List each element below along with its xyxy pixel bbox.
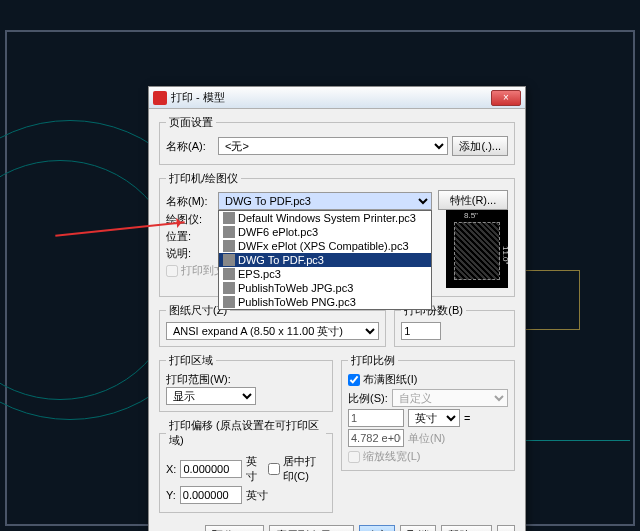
titlebar: 打印 - 模型 × — [149, 87, 525, 109]
printer-option[interactable]: PublishToWeb JPG.pc3 — [219, 281, 431, 295]
paper-preview: 8.5" 11.0" — [446, 210, 508, 288]
scale-unit-select[interactable]: 英寸 — [408, 409, 460, 427]
offset-group: 打印偏移 (原点设置在可打印区域) X: 英寸 居中打印(C) Y: 英寸 — [159, 418, 333, 513]
add-button[interactable]: 添加(.)... — [452, 136, 508, 156]
page-setup-legend: 页面设置 — [166, 115, 216, 130]
printer-name-label: 名称(M): — [166, 194, 214, 209]
app-icon — [153, 91, 167, 105]
cancel-button[interactable]: 取消 — [400, 525, 436, 531]
equals-icon: = — [464, 412, 470, 424]
copies-input[interactable] — [401, 322, 441, 340]
printer-option[interactable]: EPS.pc3 — [219, 267, 431, 281]
printer-icon — [223, 268, 235, 280]
preview-height: 11.0" — [501, 246, 510, 264]
lineweight-check — [348, 451, 360, 463]
ok-button[interactable]: 确定 — [359, 525, 395, 531]
setup-name-select[interactable]: <无> — [218, 137, 448, 155]
printer-icon — [223, 212, 235, 224]
printer-group: 打印机/绘图仪 名称(M): DWG To PDF.pc3 Default Wi… — [159, 171, 515, 297]
scale-legend: 打印比例 — [348, 353, 398, 368]
setup-name-label: 名称(A): — [166, 139, 214, 154]
fit-check[interactable] — [348, 374, 360, 386]
offset-x-unit: 英寸 — [246, 454, 263, 484]
desc-label: 说明: — [166, 246, 214, 261]
ratio-select: 自定义 — [392, 389, 508, 407]
preview-width: 8.5" — [464, 211, 478, 220]
center-check[interactable] — [268, 463, 280, 475]
dialog-title: 打印 - 模型 — [171, 90, 491, 105]
range-select[interactable]: 显示 — [166, 387, 256, 405]
scale-unit-label: 单位(N) — [408, 431, 445, 446]
print-area-legend: 打印区域 — [166, 353, 216, 368]
button-row: 预览(P)... 应用到布局(U) 确定 取消 帮助(H) » — [159, 525, 515, 531]
printer-legend: 打印机/绘图仪 — [166, 171, 241, 186]
apply-button[interactable]: 应用到布局(U) — [269, 525, 353, 531]
ratio-label: 比例(S): — [348, 391, 388, 406]
paper-size-select[interactable]: ANSI expand A (8.50 x 11.00 英寸) — [166, 322, 379, 340]
print-to-file-check — [166, 265, 178, 277]
location-label: 位置: — [166, 229, 214, 244]
expand-button[interactable]: » — [497, 525, 515, 531]
offset-x-label: X: — [166, 463, 176, 475]
offset-y-label: Y: — [166, 489, 176, 501]
printer-icon — [223, 296, 235, 308]
printer-option-selected[interactable]: DWG To PDF.pc3 — [219, 253, 431, 267]
scale-group: 打印比例 布满图纸(I) 比例(S): 自定义 英寸 = 单位(N) — [341, 353, 515, 471]
plotter-label: 绘图仪: — [166, 212, 214, 227]
offset-y-unit: 英寸 — [246, 488, 268, 503]
help-button[interactable]: 帮助(H) — [441, 525, 492, 531]
printer-dropdown-list: Default Windows System Printer.pc3 DWF6 … — [218, 210, 432, 310]
printer-icon — [223, 254, 235, 266]
printer-icon — [223, 282, 235, 294]
offset-y-input[interactable] — [180, 486, 242, 504]
range-label: 打印范围(W): — [166, 372, 326, 387]
printer-icon — [223, 240, 235, 252]
fit-label: 布满图纸(I) — [363, 372, 417, 387]
print-dialog: 打印 - 模型 × 页面设置 名称(A): <无> 添加(.)... 打印机/绘… — [148, 86, 526, 531]
offset-x-input[interactable] — [180, 460, 242, 478]
printer-name-select[interactable]: DWG To PDF.pc3 — [218, 192, 432, 210]
scale-factor-input — [348, 429, 404, 447]
printer-option[interactable]: PublishToWeb PNG.pc3 — [219, 295, 431, 309]
properties-button[interactable]: 特性(R)... — [438, 190, 508, 210]
printer-option[interactable]: DWF6 ePlot.pc3 — [219, 225, 431, 239]
page-setup-group: 页面设置 名称(A): <无> 添加(.)... — [159, 115, 515, 165]
offset-legend: 打印偏移 (原点设置在可打印区域) — [166, 418, 326, 448]
lineweight-label: 缩放线宽(L) — [363, 449, 420, 464]
print-area-group: 打印区域 打印范围(W): 显示 — [159, 353, 333, 412]
center-label: 居中打印(C) — [283, 454, 326, 484]
preview-button[interactable]: 预览(P)... — [205, 525, 265, 531]
close-icon[interactable]: × — [491, 90, 521, 106]
printer-option[interactable]: Default Windows System Printer.pc3 — [219, 211, 431, 225]
printer-icon — [223, 226, 235, 238]
scale-unit-input — [348, 409, 404, 427]
printer-option[interactable]: DWFx ePlot (XPS Compatible).pc3 — [219, 239, 431, 253]
